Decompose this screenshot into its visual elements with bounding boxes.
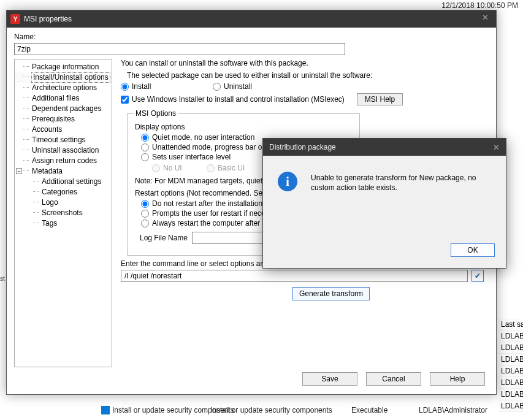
sidebar-item-prerequisites[interactable]: Prerequisites xyxy=(15,114,112,124)
sidebar-item-categories[interactable]: Categories xyxy=(15,187,112,197)
sidebar-item-metadata[interactable]: − Metadata xyxy=(15,166,112,177)
msiexec-label: Use Windows Installer to install and con… xyxy=(132,95,345,104)
app-icon: Y xyxy=(10,14,20,24)
sidebar-item-additional-settings[interactable]: Additional settings xyxy=(15,177,112,187)
uninstall-label: Uninstall xyxy=(224,82,252,91)
command-line-input[interactable] xyxy=(121,270,468,282)
package-icon xyxy=(101,406,110,414)
bg-row-label2: Install or update security components xyxy=(210,406,351,414)
basic-ui-radio-row: Basic UI xyxy=(207,164,245,172)
help-button[interactable]: Help xyxy=(430,372,485,386)
cancel-button[interactable]: Cancel xyxy=(366,372,421,386)
no-ui-radio xyxy=(152,164,160,172)
sidebar-item-dependent-packages[interactable]: Dependent packages xyxy=(15,104,112,114)
side-val: LDLAB\A xyxy=(498,342,523,354)
modal-title-text: Distribution package xyxy=(269,143,336,151)
save-button[interactable]: Save xyxy=(302,372,357,386)
basic-ui-label: Basic UI xyxy=(218,164,245,172)
sidebar-item-screenshots[interactable]: Screenshots xyxy=(15,208,112,218)
side-val: LDLAB\A xyxy=(498,389,523,400)
no-restart-radio[interactable] xyxy=(141,200,149,208)
install-label: Install xyxy=(132,82,151,91)
side-val: LDLAB\A xyxy=(498,400,523,412)
side-last-save: Last save xyxy=(498,319,523,330)
side-val: LDLAB\A xyxy=(498,330,523,342)
name-label: Name: xyxy=(14,32,489,41)
sets-level-radio[interactable] xyxy=(141,153,149,161)
sidebar-item-tags[interactable]: Tags xyxy=(15,218,112,229)
modal-titlebar[interactable]: Distribution package ✕ xyxy=(263,139,506,156)
info-icon: i xyxy=(278,172,297,191)
prompt-restart-radio[interactable] xyxy=(141,210,149,218)
sidebar-item-package-information[interactable]: Package information xyxy=(15,62,112,72)
side-val: LDLAB\A xyxy=(498,365,523,377)
tree-collapse-icon[interactable]: − xyxy=(16,168,22,174)
sidebar-item-accounts[interactable]: Accounts xyxy=(15,124,112,135)
sidebar-item-architecture-options[interactable]: Architecture options xyxy=(15,83,112,93)
bg-row-type: Executable xyxy=(351,406,419,414)
use-label: The selected package can be used to eith… xyxy=(127,71,484,80)
bg-list-row[interactable]: Install or update security components In… xyxy=(101,406,487,414)
side-val: LDLAB\A xyxy=(498,354,523,365)
bg-datetime: 12/1/2018 10:00:50 PM xyxy=(441,1,518,10)
unattended-label: Unattended mode, progress bar only xyxy=(152,143,272,151)
dialog-title: MSI properties xyxy=(24,15,72,23)
no-ui-label: No UI xyxy=(163,164,182,172)
left-edge-fragment: st xyxy=(0,275,5,282)
install-radio[interactable] xyxy=(121,83,129,91)
intro-text: You can install or uninstall the softwar… xyxy=(121,59,484,67)
sidebar-item-install-uninstall-options[interactable]: Install/Uninstall options xyxy=(15,72,112,83)
modal-message: Unable to generate transform for New pac… xyxy=(311,172,491,193)
side-val: LDLAB\A xyxy=(498,377,523,389)
sidebar-tree[interactable]: Package information Install/Uninstall op… xyxy=(14,59,112,367)
sidebar-item-assign-return-codes[interactable]: Assign return codes xyxy=(15,156,112,166)
display-options-label: Display options xyxy=(135,123,353,131)
bg-row-user: LDLAB\Administrator xyxy=(419,406,487,414)
msi-help-button[interactable]: MSI Help xyxy=(357,93,403,105)
modal-ok-button[interactable]: OK xyxy=(451,243,495,257)
bg-row-label: Install or update security components xyxy=(112,406,210,414)
name-input[interactable] xyxy=(14,43,345,55)
sidebar-item-timeout-settings[interactable]: Timeout settings xyxy=(15,135,112,145)
install-radio-row[interactable]: Install xyxy=(121,82,213,91)
titlebar[interactable]: Y MSI properties ✕ xyxy=(7,10,496,28)
generate-transform-button[interactable]: Generate transform xyxy=(292,287,370,300)
close-icon[interactable]: ✕ xyxy=(478,13,492,25)
uninstall-radio-row[interactable]: Uninstall xyxy=(213,82,252,91)
command-line-apply-button[interactable]: ✔ xyxy=(471,270,484,282)
sets-level-label: Sets user interface level xyxy=(152,153,231,161)
msi-options-legend: MSI Options xyxy=(134,109,178,118)
always-restart-radio[interactable] xyxy=(141,220,149,227)
sidebar-item-uninstall-association[interactable]: Uninstall association xyxy=(15,145,112,156)
sidebar-item-logo[interactable]: Logo xyxy=(15,197,112,208)
unattended-radio[interactable] xyxy=(141,143,149,151)
msiexec-checkbox[interactable] xyxy=(121,96,129,104)
quiet-mode-radio[interactable] xyxy=(141,134,149,142)
basic-ui-radio xyxy=(207,164,215,172)
sidebar-item-additional-files[interactable]: Additional files xyxy=(15,93,112,104)
modal-close-icon[interactable]: ✕ xyxy=(493,143,500,152)
quiet-mode-label: Quiet mode, no user interaction xyxy=(152,133,254,142)
no-ui-radio-row: No UI xyxy=(152,164,182,172)
right-side-panel: Last save LDLAB\A LDLAB\A LDLAB\A LDLAB\… xyxy=(498,319,523,412)
distribution-package-dialog: Distribution package ✕ i Unable to gener… xyxy=(262,138,506,269)
uninstall-radio[interactable] xyxy=(213,83,221,91)
log-file-label: Log File Name xyxy=(140,234,192,242)
